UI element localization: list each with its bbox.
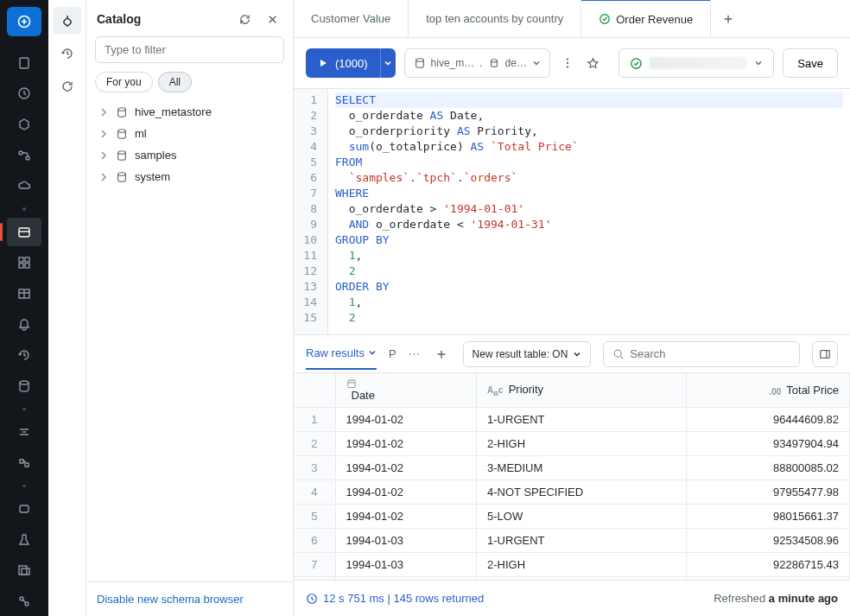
- nav-notebook-icon[interactable]: [7, 48, 41, 78]
- results-tab-other[interactable]: P: [389, 347, 396, 360]
- tab-label: Order Revenue: [616, 13, 693, 26]
- tree-item[interactable]: system: [92, 166, 288, 187]
- query-tab[interactable]: top ten accounts by country: [409, 0, 581, 38]
- row-number: 7: [294, 553, 335, 577]
- column-header[interactable]: ABcPriority: [477, 373, 687, 408]
- table-row[interactable]: 71994-01-032-HIGH92286715.43: [294, 553, 850, 577]
- nav-data-icon[interactable]: [7, 110, 41, 139]
- chevron-down-icon: [532, 59, 541, 67]
- table-row[interactable]: 51994-01-025-LOW98015661.37: [294, 505, 850, 529]
- star-icon[interactable]: [585, 54, 602, 73]
- db-icon: [116, 149, 130, 162]
- svg-rect-13: [19, 566, 27, 575]
- table-row[interactable]: 61994-01-031-URGENT92534508.96: [294, 529, 850, 553]
- add-visualization-icon[interactable]: [432, 345, 451, 364]
- cell: 1994-01-02: [335, 432, 477, 456]
- table-row[interactable]: 81994-01-033-MEDIUM93521575.91: [294, 577, 850, 581]
- chevron-right-icon: [98, 150, 111, 161]
- row-number: 3: [294, 456, 335, 480]
- check-circle-icon: [599, 13, 611, 25]
- chip-for-you[interactable]: For you: [95, 72, 153, 92]
- cell: 5-LOW: [477, 505, 687, 529]
- query-tab[interactable]: Order Revenue: [581, 0, 711, 37]
- run-dropdown[interactable]: [380, 48, 396, 78]
- nav-features-icon[interactable]: [7, 556, 41, 586]
- svg-rect-14: [22, 568, 29, 575]
- disable-schema-browser-link[interactable]: Disable new schema browser: [97, 593, 244, 606]
- tree-item-label: hive_metastore: [135, 105, 212, 118]
- catalog-selector[interactable]: hive_m… . de…: [404, 48, 550, 78]
- row-number: 4: [294, 480, 335, 505]
- new-result-table-toggle[interactable]: New result table: ON: [463, 341, 592, 367]
- nav-history-icon[interactable]: [7, 341, 41, 371]
- plus-icon: [722, 13, 734, 25]
- nav-warehouse-icon[interactable]: [7, 372, 41, 401]
- chip-all[interactable]: All: [158, 72, 192, 92]
- svg-rect-6: [19, 257, 23, 262]
- close-icon[interactable]: [262, 9, 282, 29]
- run-button-main[interactable]: (1000): [306, 48, 380, 78]
- chevron-right-icon: [98, 129, 111, 139]
- refresh-icon[interactable]: [234, 9, 255, 29]
- table-row[interactable]: 31994-01-023-MEDIUM88800085.02: [294, 456, 850, 480]
- table-row[interactable]: 11994-01-021-URGENT96444609.82: [294, 408, 850, 432]
- tree-item[interactable]: samples: [92, 144, 288, 166]
- play-icon: [318, 58, 328, 68]
- run-button[interactable]: (1000): [306, 48, 396, 78]
- svg-point-17: [118, 107, 126, 111]
- nav-pipelines-icon[interactable]: [7, 448, 41, 478]
- nav-tables-icon[interactable]: [7, 279, 41, 308]
- column-header[interactable]: .00Total Price: [687, 373, 850, 408]
- add-tab-button[interactable]: [711, 13, 745, 25]
- nav-models-icon[interactable]: [7, 494, 41, 524]
- svg-rect-30: [347, 380, 354, 387]
- nav-recent-icon[interactable]: [7, 79, 41, 108]
- nav-cloud-icon[interactable]: [7, 172, 41, 201]
- cell: 1994-01-03: [335, 577, 477, 581]
- compute-name-redacted: [650, 57, 747, 69]
- nav-serving-icon[interactable]: [7, 587, 41, 616]
- cell: 97955477.98: [687, 480, 850, 505]
- cell: 1994-01-02: [335, 408, 477, 432]
- tree-item-label: system: [135, 170, 170, 183]
- new-button[interactable]: [7, 7, 41, 36]
- cell: 1-URGENT: [477, 408, 687, 432]
- sidebar-schema-icon[interactable]: [54, 7, 81, 35]
- kebab-icon[interactable]: [559, 54, 576, 73]
- sidebar-refresh-icon[interactable]: [54, 73, 81, 100]
- results-search-input[interactable]: [630, 347, 790, 360]
- column-header[interactable]: Date: [335, 373, 477, 408]
- nav-dashboards-icon[interactable]: [7, 248, 41, 277]
- query-tab[interactable]: Customer Value: [294, 0, 409, 38]
- schema-selector-label: de…: [505, 57, 527, 69]
- compute-selector[interactable]: [618, 48, 774, 78]
- sql-editor[interactable]: 123456789101112131415 SELECT o_orderdate…: [294, 89, 850, 335]
- row-number: 5: [294, 505, 335, 529]
- query-toolbar: (1000) hive_m… . de… Save: [294, 38, 850, 89]
- table-row[interactable]: 41994-01-024-NOT SPECIFIED97955477.98: [294, 480, 850, 505]
- nav-workflows-icon[interactable]: [7, 141, 41, 170]
- column-label: Date: [352, 389, 375, 402]
- table-row[interactable]: 21994-01-022-HIGH93497904.94: [294, 432, 850, 456]
- more-icon[interactable]: ⋯: [409, 347, 420, 360]
- tree-item-label: samples: [135, 149, 176, 162]
- sidebar-history-icon[interactable]: [54, 40, 81, 67]
- tree-item[interactable]: ml: [92, 123, 288, 144]
- results-tab-raw[interactable]: Raw results: [306, 346, 377, 370]
- results-search[interactable]: [603, 341, 800, 367]
- nav-sql-icon[interactable]: [7, 218, 41, 247]
- tree-item[interactable]: hive_metastore: [92, 101, 288, 123]
- sidebar-tabs: [48, 0, 86, 616]
- nav-alerts-icon[interactable]: [7, 310, 41, 340]
- layout-toggle-icon[interactable]: [812, 341, 838, 367]
- results-table-wrap[interactable]: DateABcPriority.00Total Price 11994-01-0…: [294, 373, 850, 580]
- editor-code[interactable]: SELECT o_orderdate AS Date, o_orderprior…: [328, 89, 850, 334]
- svg-rect-5: [19, 228, 29, 237]
- save-button[interactable]: Save: [783, 48, 838, 78]
- svg-point-11: [20, 381, 29, 384]
- catalog-filter-input[interactable]: [95, 36, 284, 63]
- nav-experiments-icon[interactable]: [7, 525, 41, 555]
- nav-ingestion-icon[interactable]: [7, 417, 41, 447]
- type-icon: [346, 378, 466, 389]
- results-header: Raw results P ⋯ New result table: ON: [294, 335, 850, 373]
